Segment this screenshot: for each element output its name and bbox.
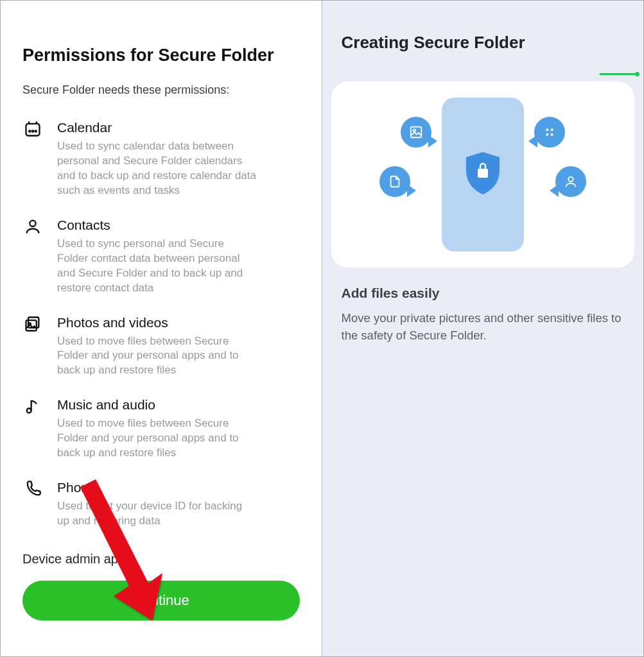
info-desc: Move your private pictures and other sen… (342, 310, 625, 345)
image-icon (401, 117, 431, 148)
svg-point-14 (546, 133, 548, 136)
svg-point-16 (568, 177, 573, 182)
svg-rect-10 (410, 127, 421, 138)
svg-rect-0 (26, 124, 40, 136)
permission-title: Phone (57, 480, 300, 495)
svg-point-3 (35, 130, 37, 132)
shield-lock-icon (464, 151, 502, 198)
device-admin-header: Device admin app (22, 552, 300, 567)
illustration-card (331, 81, 635, 268)
permissions-list: Calendar Used to sync calendar data betw… (22, 120, 300, 529)
svg-point-12 (546, 128, 548, 131)
phone-illustration (442, 98, 524, 252)
calendar-icon (22, 120, 43, 138)
apps-icon (534, 117, 565, 148)
intro-text: Secure Folder needs these permissions: (22, 83, 300, 97)
svg-point-13 (551, 128, 553, 131)
photos-icon (22, 315, 43, 333)
page-title: Permissions for Secure Folder (22, 46, 300, 65)
permission-desc: Used to move files between Secure Folder… (57, 334, 256, 379)
permission-desc: Used to get your device ID for backing u… (57, 499, 256, 529)
music-icon (22, 397, 43, 415)
permission-desc: Used to sync calendar data between perso… (57, 139, 256, 198)
right-header: Creating Secure Folder (322, 1, 644, 73)
page-title: Creating Secure Folder (342, 33, 625, 53)
permission-item-music: Music and audio Used to move files betwe… (22, 397, 300, 461)
permission-item-photos: Photos and videos Used to move files bet… (22, 315, 300, 379)
continue-button[interactable]: Continue (22, 581, 300, 620)
svg-point-15 (551, 133, 553, 136)
info-block: Add files easily Move your private pictu… (322, 268, 644, 363)
permission-desc: Used to sync personal and Secure Folder … (57, 237, 256, 296)
svg-point-2 (32, 130, 33, 132)
permission-title: Music and audio (57, 397, 300, 413)
permission-title: Calendar (57, 120, 300, 135)
user-icon (555, 166, 586, 197)
svg-point-1 (29, 130, 30, 132)
file-icon (379, 166, 410, 197)
permission-item-contacts: Contacts Used to sync personal and Secur… (22, 218, 300, 296)
creating-pane: Creating Secure Folder Add files easily … (322, 1, 644, 656)
contacts-icon (22, 218, 43, 235)
svg-rect-9 (478, 169, 488, 178)
svg-point-4 (30, 220, 35, 226)
permission-desc: Used to move files between Secure Folder… (57, 416, 256, 461)
svg-point-11 (413, 129, 415, 132)
permission-title: Contacts (57, 218, 300, 233)
permission-item-calendar: Calendar Used to sync calendar data betw… (22, 120, 300, 198)
progress-bar (327, 73, 639, 75)
info-title: Add files easily (342, 286, 625, 301)
permissions-pane: Permissions for Secure Folder Secure Fol… (1, 1, 322, 656)
phone-icon (22, 480, 43, 498)
permission-title: Photos and videos (57, 315, 300, 330)
permission-item-phone: Phone Used to get your device ID for bac… (22, 480, 300, 529)
